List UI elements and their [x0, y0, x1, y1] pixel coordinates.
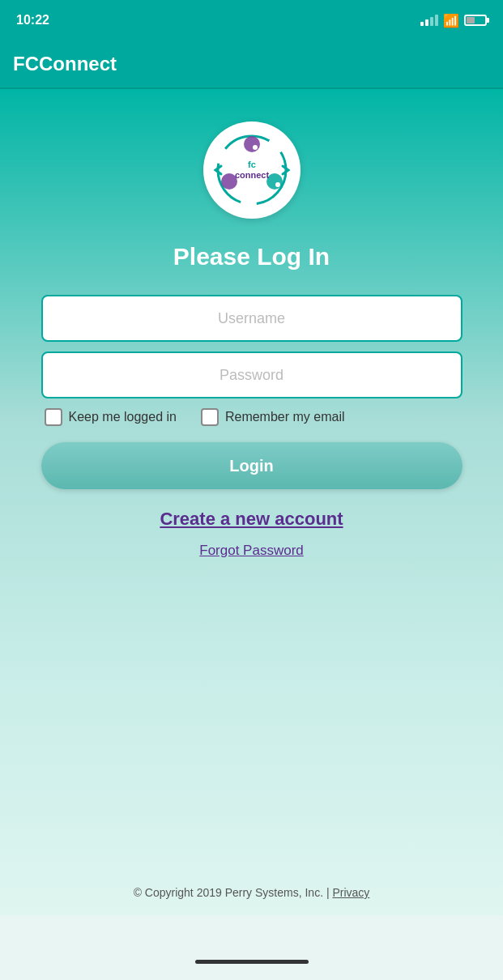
- svg-point-1: [244, 136, 260, 152]
- main-content: fc connect Please Log In Keep me logged …: [0, 89, 503, 915]
- signal-icon: [420, 15, 438, 26]
- login-button[interactable]: Login: [41, 442, 463, 489]
- svg-point-2: [253, 145, 258, 150]
- create-account-link[interactable]: Create a new account: [41, 509, 463, 530]
- remember-email-checkbox[interactable]: [201, 408, 219, 426]
- svg-text:fc: fc: [248, 160, 256, 169]
- keep-logged-in-label: Keep me logged in: [69, 410, 177, 424]
- battery-icon: [464, 15, 487, 26]
- keep-logged-in-item: Keep me logged in: [45, 408, 177, 426]
- footer: © Copyright 2019 Perry Systems, Inc. | P…: [0, 886, 503, 899]
- password-input[interactable]: [41, 352, 463, 398]
- checkboxes-row: Keep me logged in Remember my email: [41, 408, 463, 426]
- status-bar: 10:22 📶: [0, 0, 503, 40]
- svg-point-4: [275, 182, 280, 187]
- remember-email-label: Remember my email: [225, 410, 345, 424]
- status-icons: 📶: [420, 13, 487, 28]
- app-logo: fc connect: [203, 121, 301, 219]
- username-input[interactable]: [41, 295, 463, 342]
- time-display: 10:22: [16, 13, 49, 28]
- login-heading: Please Log In: [173, 243, 330, 271]
- logo-svg: fc connect: [211, 130, 292, 211]
- forgot-password-link[interactable]: Forgot Password: [41, 543, 463, 559]
- login-form: Keep me logged in Remember my email Logi…: [41, 295, 463, 559]
- privacy-link[interactable]: Privacy: [332, 886, 369, 899]
- svg-text:connect: connect: [234, 170, 269, 180]
- app-title: FCConnect: [13, 53, 117, 75]
- remember-email-item: Remember my email: [201, 408, 345, 426]
- keep-logged-in-checkbox[interactable]: [45, 408, 62, 426]
- wifi-icon: 📶: [443, 13, 459, 28]
- app-header: FCConnect: [0, 40, 503, 89]
- home-indicator: [195, 960, 309, 964]
- copyright-text: © Copyright 2019 Perry Systems, Inc. |: [134, 886, 330, 899]
